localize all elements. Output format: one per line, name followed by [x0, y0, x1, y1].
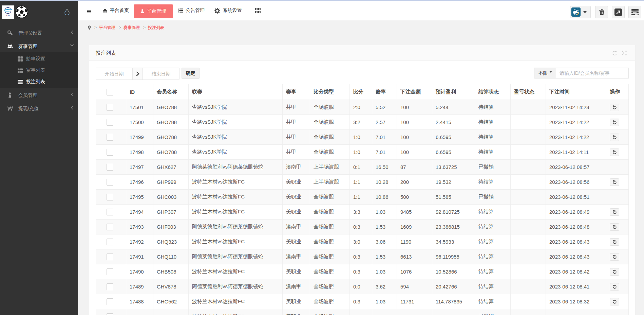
- svg-text:GH: GH: [6, 15, 10, 17]
